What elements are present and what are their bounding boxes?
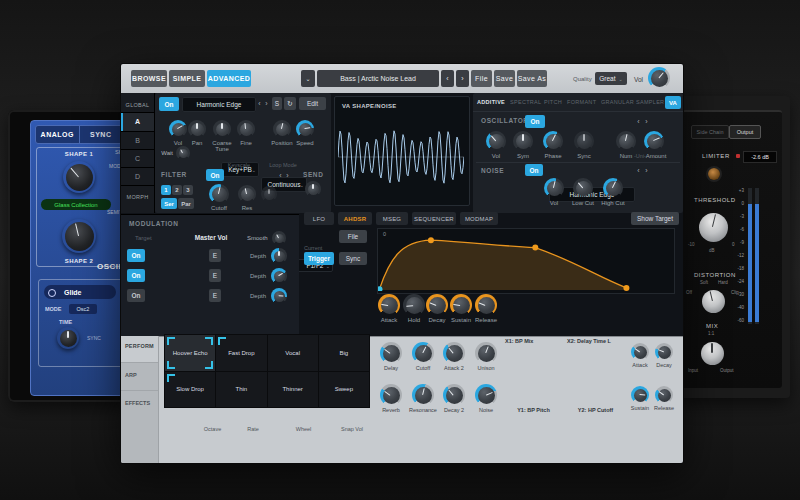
mod-smooth-knob[interactable] <box>272 231 286 245</box>
mod-row2-e-button[interactable]: E <box>209 269 221 282</box>
oscillator-amount-knob[interactable] <box>644 131 664 151</box>
show-target-button[interactable]: Show Target <box>631 212 679 225</box>
preset-prev-button[interactable]: ‹ <box>441 70 454 87</box>
tab-sequencer[interactable]: SEQUENCER <box>412 212 456 225</box>
tab-analog[interactable]: ANALOG <box>36 126 80 143</box>
tab-sync[interactable]: SYNC <box>80 126 123 143</box>
filter-on-toggle[interactable]: On <box>206 169 224 181</box>
distortion-knob[interactable] <box>699 287 727 315</box>
osc-wave-select[interactable]: Harmonic Edge <box>182 97 256 112</box>
filter-slot-2[interactable]: 2 <box>172 185 182 195</box>
mod-target-value[interactable]: Master Vol <box>171 234 251 241</box>
osc-solo-button[interactable]: S <box>272 97 282 110</box>
tab-sampler[interactable]: SAMPLER <box>636 99 664 105</box>
sidebar-item-b[interactable]: B <box>121 137 154 144</box>
tab-formant[interactable]: FORMANT <box>567 99 596 105</box>
mod-row1-e-button[interactable]: E <box>209 249 221 262</box>
tab-mseg[interactable]: MSEG <box>376 212 408 225</box>
filter-cutoff-knob[interactable] <box>209 184 229 204</box>
oscillator-phase-knob[interactable] <box>543 131 563 151</box>
tab-modmap[interactable]: MODMAP <box>460 212 498 225</box>
osc-wave-prev[interactable]: ‹ <box>256 97 263 110</box>
env-hold-knob[interactable] <box>403 294 425 316</box>
sidebar-item-d[interactable]: D <box>121 173 154 180</box>
tab-pitch[interactable]: PITCH <box>544 99 562 105</box>
output-button[interactable]: Output <box>729 125 761 139</box>
noise-type-next[interactable]: › <box>643 164 650 177</box>
noise-on-toggle[interactable]: On <box>525 164 543 176</box>
tab-lfo[interactable]: LFO <box>304 212 334 225</box>
sidebar-item-morph[interactable]: MORPH <box>121 194 154 200</box>
filter-res-knob[interactable] <box>238 185 256 203</box>
perform-sustain-knob[interactable] <box>631 386 649 404</box>
mod-row1-on[interactable]: On <box>127 249 145 262</box>
noise-lowcut-knob[interactable] <box>573 178 593 198</box>
sidebar-item-effects[interactable]: EFFECTS <box>125 400 150 406</box>
sidebar-item-perform[interactable]: PERFORM <box>125 343 154 349</box>
shape2-knob[interactable] <box>62 219 96 253</box>
mod-row1-depth-knob[interactable] <box>271 248 287 264</box>
pad-hoover-echo[interactable]: Hoover Echo <box>165 335 215 371</box>
sidebar-item-a[interactable]: A <box>121 118 154 125</box>
env-decay-knob[interactable] <box>426 294 448 316</box>
master-vol-knob[interactable] <box>648 67 670 89</box>
macro-attack2-knob[interactable] <box>443 342 465 364</box>
mod-row3-on[interactable]: On <box>127 289 145 302</box>
macro-reverb-knob[interactable] <box>380 384 402 406</box>
mod-row3-e-button[interactable]: E <box>209 289 221 302</box>
side-chain-button[interactable]: Side Chain <box>691 125 729 139</box>
osc-on-toggle[interactable]: On <box>159 97 179 111</box>
env-sustain-knob[interactable] <box>450 294 472 316</box>
macro-noise-knob[interactable] <box>475 384 497 406</box>
filter-parallel-button[interactable]: Par <box>178 198 194 209</box>
noise-highcut-knob[interactable] <box>603 178 623 198</box>
osc-speed-knob[interactable] <box>296 120 314 138</box>
osc-edit-button[interactable]: Edit <box>299 97 326 110</box>
pad-slow-drop[interactable]: Slow Drop <box>165 372 215 408</box>
oscillator-on-toggle[interactable]: On <box>525 115 545 128</box>
limiter-button[interactable] <box>708 168 720 180</box>
glide-time-knob[interactable] <box>57 327 79 349</box>
glass-collection-badge[interactable]: Glass Collection <box>41 199 111 210</box>
save-button[interactable]: Save <box>494 70 515 87</box>
osc-fine-knob[interactable] <box>237 120 255 138</box>
shape1-knob[interactable] <box>63 161 95 193</box>
filter-type-next[interactable]: › <box>284 169 291 181</box>
tab-ahdsr[interactable]: AHDSR <box>338 212 372 225</box>
glide-mode-value[interactable]: Osc2 <box>69 304 97 314</box>
osc-wait-knob[interactable] <box>176 146 190 160</box>
osc-position-knob[interactable] <box>273 120 291 138</box>
pad-thinner[interactable]: Thinner <box>268 372 318 408</box>
preset-menu-button[interactable]: ⌄ <box>301 70 315 87</box>
pad-vocal[interactable]: Vocal <box>268 335 318 371</box>
quality-select[interactable]: Great ⌄ <box>595 72 627 85</box>
simple-button[interactable]: SIMPLE <box>169 70 205 87</box>
filter-type-prev[interactable]: ‹ <box>277 169 284 181</box>
macro-delay-knob[interactable] <box>380 342 402 364</box>
advanced-button[interactable]: ADVANCED <box>207 70 251 87</box>
pad-fast-drop[interactable]: Fast Drop <box>216 335 266 371</box>
mod-row2-on[interactable]: On <box>127 269 145 282</box>
noise-vol-knob[interactable] <box>544 178 564 198</box>
tab-spectral[interactable]: SPECTRAL <box>510 99 541 105</box>
macro-decay2-knob[interactable] <box>443 384 465 406</box>
oscillator-sync-knob[interactable] <box>574 131 594 151</box>
macro-cutoff-knob[interactable] <box>412 342 434 364</box>
sidebar-item-global[interactable]: GLOBAL <box>121 102 154 108</box>
filter-serial-button[interactable]: Ser <box>161 198 177 209</box>
filter-slot-3[interactable]: 3 <box>183 185 193 195</box>
noise-type-prev[interactable]: ‹ <box>635 164 642 177</box>
env-release-knob[interactable] <box>475 294 497 316</box>
pad-sweep[interactable]: Sweep <box>319 372 369 408</box>
mix-knob[interactable] <box>698 339 726 367</box>
mod-row3-depth-knob[interactable] <box>271 288 287 304</box>
send-knob[interactable] <box>305 181 321 197</box>
macro-resonance-knob[interactable] <box>412 384 434 406</box>
macro-unison-knob[interactable] <box>475 342 497 364</box>
env-file-button[interactable]: File <box>339 230 367 243</box>
osc-vol-knob[interactable] <box>169 120 187 138</box>
sidebar-item-c[interactable]: C <box>121 155 154 162</box>
perform-release-knob[interactable] <box>655 386 673 404</box>
osc-coarse-knob[interactable] <box>213 120 231 138</box>
env-trigger-button[interactable]: Trigger <box>304 252 334 265</box>
